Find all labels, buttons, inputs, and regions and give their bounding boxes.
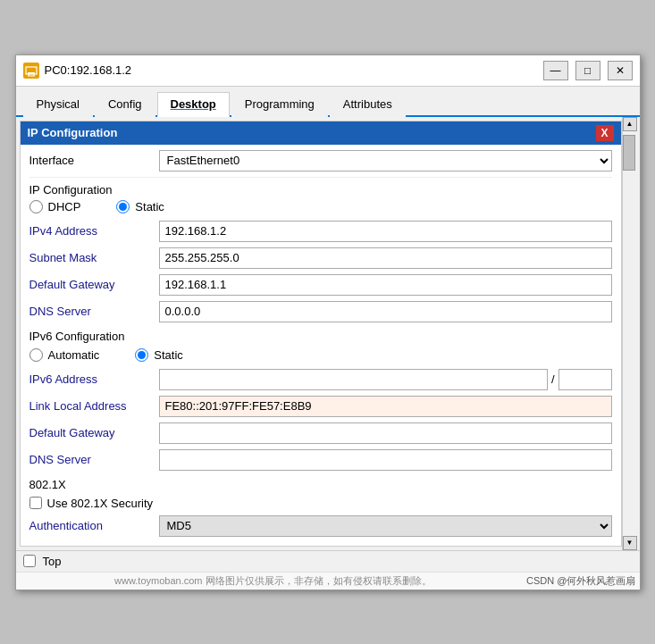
scroll-up-button[interactable]: ▲ bbox=[623, 117, 637, 131]
tab-config[interactable]: Config bbox=[95, 92, 155, 117]
ipv6-static-item: Static bbox=[135, 348, 183, 362]
ipv6-gateway-label: Default Gateway bbox=[29, 426, 159, 439]
use-802-label: Use 802.1X Security bbox=[47, 497, 154, 510]
use-802-checkbox[interactable] bbox=[29, 497, 42, 509]
static-radio-item: Static bbox=[116, 200, 164, 213]
default-gateway-input[interactable] bbox=[159, 274, 612, 296]
use-802-row: Use 802.1X Security bbox=[29, 497, 612, 510]
ipv4-radio-row: DHCP Static bbox=[29, 200, 612, 213]
ipv6-address-row: IPv6 Address / bbox=[29, 369, 612, 390]
ipv4-address-input[interactable] bbox=[159, 221, 612, 242]
ipv6-address-input[interactable] bbox=[159, 369, 548, 390]
watermark-right: CSDN @何外秋风惹画扇 bbox=[526, 574, 635, 588]
ipv6-automatic-label: Automatic bbox=[48, 348, 100, 362]
ip-config-title: IP Configuration bbox=[28, 126, 118, 139]
tab-attributes[interactable]: Attributes bbox=[330, 92, 406, 117]
static-label: Static bbox=[135, 200, 164, 213]
ipv4-section-title: IP Configuration bbox=[29, 183, 612, 197]
static-radio[interactable] bbox=[116, 200, 130, 213]
dhcp-radio[interactable] bbox=[29, 200, 43, 213]
ipv6-static-label: Static bbox=[154, 348, 183, 362]
tab-desktop[interactable]: Desktop bbox=[157, 92, 230, 117]
main-window: PC0:192.168.1.2 — □ ✕ Physical Config De… bbox=[15, 54, 641, 590]
ipv4-address-label: IPv4 Address bbox=[29, 224, 159, 238]
dot1x-title: 802.1X bbox=[29, 478, 612, 491]
scrollbar: ▲ ▼ bbox=[622, 117, 636, 550]
default-gateway-label: Default Gateway bbox=[29, 278, 159, 291]
ip-config-close-button[interactable]: X bbox=[596, 125, 614, 141]
app-icon bbox=[23, 63, 39, 79]
watermark: CSDN @何外秋风惹画扇 www.toymoban.com 网络图片仅供展示，… bbox=[16, 572, 640, 590]
auth-select[interactable]: MD5 SHA bbox=[159, 515, 612, 537]
minimize-button[interactable]: — bbox=[543, 61, 568, 80]
ipv6-dns-input[interactable] bbox=[159, 449, 612, 471]
auth-row: Authentication MD5 SHA bbox=[29, 515, 612, 537]
ipv6-radio-row: Automatic Static bbox=[29, 348, 612, 362]
watermark-text: www.toymoban.com 网络图片仅供展示，非存储，如有侵权请联系删除。 bbox=[114, 575, 431, 586]
subnet-mask-row: Subnet Mask bbox=[29, 247, 612, 269]
titlebar: PC0:192.168.1.2 — □ ✕ bbox=[16, 55, 640, 87]
inner-content: Interface FastEthernet0 IP Configuration… bbox=[21, 145, 621, 546]
default-gateway-row: Default Gateway bbox=[29, 274, 612, 296]
ipv6-section-title: IPv6 Configuration bbox=[29, 330, 612, 343]
ipv6-prefix-input[interactable] bbox=[558, 369, 612, 390]
subnet-mask-label: Subnet Mask bbox=[29, 251, 159, 264]
dns-server-label: DNS Server bbox=[29, 305, 159, 318]
top-label: Top bbox=[43, 555, 62, 568]
link-local-label: Link Local Address bbox=[29, 399, 159, 413]
dns-server-input[interactable] bbox=[159, 301, 612, 322]
interface-row: Interface FastEthernet0 bbox=[29, 150, 612, 178]
interface-select[interactable]: FastEthernet0 bbox=[159, 150, 612, 171]
dhcp-label: DHCP bbox=[48, 200, 81, 213]
bottom-bar: Top bbox=[16, 550, 640, 572]
top-checkbox[interactable] bbox=[23, 555, 36, 567]
tab-bar: Physical Config Desktop Programming Attr… bbox=[16, 87, 640, 117]
subnet-mask-input[interactable] bbox=[159, 247, 612, 269]
link-local-input[interactable] bbox=[159, 396, 612, 417]
dns-server-row: DNS Server bbox=[29, 301, 612, 322]
interface-label: Interface bbox=[29, 154, 159, 167]
ipv6-address-label: IPv6 Address bbox=[29, 372, 159, 386]
ipv6-gateway-input[interactable] bbox=[159, 422, 612, 444]
ipv6-automatic-radio[interactable] bbox=[29, 348, 43, 362]
ipv6-dns-row: DNS Server bbox=[29, 449, 612, 471]
ipv4-address-row: IPv4 Address bbox=[29, 221, 612, 242]
content-area: IP Configuration X Interface FastEtherne… bbox=[16, 117, 640, 550]
tab-physical[interactable]: Physical bbox=[23, 92, 93, 117]
dhcp-radio-item: DHCP bbox=[29, 200, 81, 213]
link-local-row: Link Local Address bbox=[29, 396, 612, 417]
tab-programming[interactable]: Programming bbox=[231, 92, 328, 117]
auth-label: Authentication bbox=[29, 519, 159, 532]
close-button[interactable]: ✕ bbox=[608, 61, 633, 80]
scrollbar-thumb[interactable] bbox=[623, 135, 635, 171]
window-title: PC0:192.168.1.2 bbox=[45, 63, 543, 77]
ipv6-slash: / bbox=[548, 372, 558, 386]
ip-configuration-panel: IP Configuration X Interface FastEtherne… bbox=[20, 121, 622, 547]
window-controls: — □ ✕ bbox=[543, 61, 633, 80]
ip-config-header: IP Configuration X bbox=[21, 121, 621, 145]
ipv6-automatic-item: Automatic bbox=[29, 348, 100, 362]
svg-rect-1 bbox=[28, 72, 35, 74]
ipv6-static-radio[interactable] bbox=[135, 348, 148, 362]
ipv6-gateway-row: Default Gateway bbox=[29, 422, 612, 444]
scrollbar-track[interactable] bbox=[623, 131, 636, 536]
scroll-down-button[interactable]: ▼ bbox=[623, 536, 637, 550]
ipv6-dns-label: DNS Server bbox=[29, 453, 159, 466]
maximize-button[interactable]: □ bbox=[575, 61, 600, 80]
